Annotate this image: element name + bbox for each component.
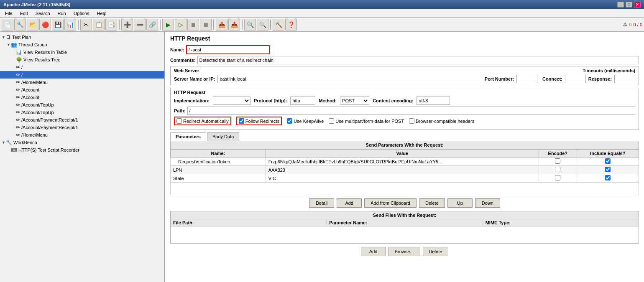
sidebar-item-topup-1[interactable]: ✏ /Account/TopUp [0, 101, 164, 109]
sidebar-item-label: /Home/Menu [21, 80, 48, 85]
menu-search[interactable]: Search [32, 10, 54, 17]
name-input[interactable] [186, 45, 270, 54]
encode-checkbox[interactable] [555, 175, 560, 180]
detail-button[interactable]: Detail [309, 198, 334, 208]
sidebar-item-home-menu-1[interactable]: ✏ /Home/Menu [0, 79, 164, 86]
sidebar-item-payment-1[interactable]: ✏ /Account/PaymentReceipt/1 [0, 116, 164, 124]
app-title: Apache JMeter (2.11 r1554548) [3, 2, 70, 7]
delete-button[interactable]: Delete [419, 198, 445, 208]
encode-checkbox[interactable] [555, 167, 560, 172]
toolbar-add[interactable]: ➕ [121, 19, 133, 30]
toolbar-stop[interactable]: ⏹ [187, 19, 199, 30]
sidebar-item-label: View Results in Table [23, 50, 67, 55]
comments-input[interactable] [197, 56, 639, 64]
sidebar-item-view-results-table[interactable]: 📊 View Results in Table [0, 48, 164, 56]
sidebar-item-recorder[interactable]: 📼 HTTP(S) Test Script Recorder [0, 146, 164, 154]
browser-headers-label[interactable]: Browser-compatible headers [409, 118, 474, 124]
sidebar-item-view-results-tree[interactable]: 🌳 View Results Tree [0, 56, 164, 64]
add-button[interactable]: Add [337, 198, 362, 208]
expand-icon: ▼ [2, 35, 6, 39]
encoding-input[interactable] [417, 97, 450, 105]
files-delete-button[interactable]: Delete [423, 247, 449, 256]
files-add-button[interactable]: Add [361, 247, 386, 256]
sidebar-item-workbench[interactable]: ▼ 🔧 WorkBench [0, 139, 164, 146]
sidebar-item-slash-2[interactable]: ✏ / [0, 71, 164, 79]
toolbar-help[interactable]: ❓ [285, 19, 297, 30]
path-input[interactable] [187, 107, 636, 115]
sidebar-item-threadgroup[interactable]: ▼ 👥 Thread Group [0, 41, 164, 48]
keepalive-checkbox[interactable] [287, 118, 292, 124]
toolbar-remove[interactable]: ➖ [134, 19, 146, 30]
param-equals-cell [577, 166, 639, 174]
tab-body-data[interactable]: Body Data [207, 132, 239, 141]
sidebar-item-slash-1[interactable]: ✏ / [0, 64, 164, 71]
param-name-cell: __RequestVerificationToken [171, 158, 266, 166]
toolbar-save[interactable]: 💾 [52, 19, 64, 30]
up-button[interactable]: Up [447, 198, 473, 208]
param-encode-cell [539, 166, 577, 174]
toolbar-start[interactable]: ▶ [162, 19, 174, 30]
browser-headers-checkbox[interactable] [409, 118, 414, 124]
equals-checkbox[interactable] [605, 167, 611, 172]
maximize-button[interactable]: □ [626, 2, 632, 8]
name-label: Name: [170, 47, 184, 52]
server-name-input[interactable] [217, 75, 482, 83]
sidebar-item-account-1[interactable]: ✏ /Account [0, 86, 164, 94]
menu-edit[interactable]: Edit [17, 10, 31, 17]
keepalive-label[interactable]: Use KeepAlive [287, 118, 324, 124]
method-select[interactable]: POST [340, 97, 369, 105]
equals-checkbox[interactable] [605, 158, 611, 164]
toolbar-cut[interactable]: ✂ [80, 19, 92, 30]
sidebar-item-label: /Account/PaymentReceipt/1 [21, 125, 78, 130]
toolbar-shutdown[interactable]: ⏹ [200, 19, 212, 30]
encode-checkbox[interactable] [555, 158, 560, 164]
response-input[interactable] [614, 75, 635, 83]
web-server-inner: Web Server Timeouts (milliseconds) [174, 68, 635, 73]
protocol-input[interactable] [290, 97, 315, 105]
tab-parameters[interactable]: Parameters [170, 132, 206, 141]
sidebar-item-home-menu-2[interactable]: ✏ /Home/Menu [0, 131, 164, 139]
toolbar-save-template[interactable]: 🔴 [39, 19, 51, 30]
toolbar-clear-all[interactable]: 📤 [228, 19, 240, 30]
menu-help[interactable]: Help [94, 10, 110, 17]
toolbar-clear[interactable]: 📤 [216, 19, 227, 30]
down-button[interactable]: Down [475, 198, 500, 208]
minimize-button[interactable]: _ [617, 2, 624, 8]
add-from-clipboard-button[interactable]: Add from Clipboard [364, 198, 417, 208]
close-button[interactable]: ✕ [634, 2, 641, 8]
impl-select[interactable] [213, 97, 250, 105]
toolbar-search-2[interactable]: 🔍 [257, 19, 268, 30]
toolbar-start-no-pause[interactable]: ▷ [175, 19, 187, 30]
toolbar-build[interactable]: 🔨 [273, 19, 284, 30]
sidebar-item-testplan[interactable]: ▼ 🗒 Test Plan [0, 33, 164, 41]
expand-icon: ▼ [2, 140, 6, 145]
menu-run[interactable]: Run [54, 10, 69, 17]
warning-count: 0 [629, 22, 631, 27]
col-name-header: Name: [171, 150, 266, 158]
files-browse-button[interactable]: Browse... [388, 247, 420, 256]
sidebar-item-payment-2[interactable]: ✏ /Account/PaymentReceipt/1 [0, 124, 164, 131]
menu-options[interactable]: Options [70, 10, 93, 17]
menu-file[interactable]: File [2, 10, 16, 17]
toolbar-link[interactable]: 🔗 [146, 19, 158, 30]
comments-label: Comments: [170, 58, 196, 63]
toolbar-copy[interactable]: 📋 [93, 19, 105, 30]
toolbar-paste[interactable]: 📑 [105, 19, 117, 30]
multipart-checkbox[interactable] [329, 118, 334, 124]
toolbar-search[interactable]: 🔍 [244, 19, 256, 30]
server-row: Server Name or IP: Port Number: Connect:… [174, 75, 635, 83]
sidebar-item-label: / [21, 65, 23, 70]
redirect-auto-checkbox[interactable] [176, 118, 182, 124]
toolbar-report[interactable]: 📊 [64, 19, 76, 30]
toolbar-open[interactable]: 🔧 [14, 19, 26, 30]
toolbar-new[interactable]: 📄 [2, 19, 13, 30]
equals-checkbox[interactable] [605, 175, 611, 180]
multipart-label[interactable]: Use multipart/form-data for POST [329, 118, 404, 124]
connect-input[interactable] [565, 75, 586, 83]
sidebar-item-label: /Account/TopUp [21, 110, 54, 115]
sidebar-item-account-2[interactable]: ✏ /Account [0, 94, 164, 101]
sidebar-item-topup-2[interactable]: ✏ /Account/TopUp [0, 109, 164, 116]
follow-redirects-checkbox[interactable] [239, 118, 244, 124]
toolbar-save-recent[interactable]: 📂 [27, 19, 38, 30]
port-input[interactable] [516, 75, 537, 83]
